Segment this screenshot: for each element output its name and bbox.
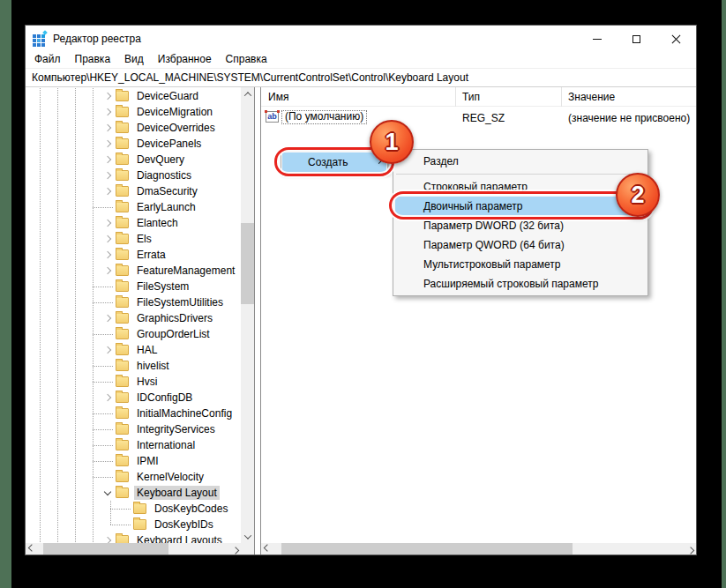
- tree-item-DosKeybCodes[interactable]: DosKeybCodes: [26, 501, 241, 517]
- pane-splitter[interactable]: [254, 87, 261, 555]
- tree-item-InitialMachineConfig[interactable]: InitialMachineConfig: [26, 406, 241, 421]
- chevron-right-icon[interactable]: [101, 342, 116, 358]
- maximize-icon: [632, 35, 640, 43]
- tree-item-Elantech[interactable]: Elantech: [26, 215, 241, 231]
- tree-item-EarlyLaunch[interactable]: EarlyLaunch: [26, 199, 241, 215]
- folder-icon: [116, 170, 129, 181]
- menubar-item-file[interactable]: Файл: [27, 52, 68, 68]
- scroll-up-arrow[interactable]: [242, 88, 253, 100]
- scroll-down-arrow[interactable]: [242, 531, 253, 542]
- tree-item-Keyboard-Layout[interactable]: Keyboard Layout: [26, 485, 241, 501]
- horizontal-scrollbar-thumb[interactable]: [43, 543, 168, 555]
- scrollbar-corner: [241, 543, 254, 555]
- scroll-left-arrow[interactable]: [26, 543, 37, 555]
- chevron-right-icon[interactable]: [101, 390, 116, 406]
- registry-app-icon[interactable]: [33, 33, 46, 46]
- tree-item-Keyboard-Layouts[interactable]: Keyboard Layouts: [26, 532, 241, 543]
- tree-item-DmaSecurity[interactable]: DmaSecurity: [26, 183, 241, 199]
- titlebar[interactable]: Редактор реестра: [26, 26, 696, 52]
- tree-item-label: EarlyLaunch: [134, 200, 198, 214]
- tree-guide-line: [84, 136, 101, 152]
- tree-item-KernelVelocity[interactable]: KernelVelocity: [26, 469, 241, 485]
- folder-icon: [116, 329, 129, 339]
- chevron-right-icon[interactable]: [101, 88, 116, 104]
- chevron-right-icon[interactable]: [101, 247, 116, 263]
- list-horizontal-scrollbar[interactable]: [261, 543, 696, 555]
- tree-item-DeviceGuard[interactable]: DeviceGuard: [26, 88, 241, 104]
- tree-item-Hvsi[interactable]: Hvsi: [26, 374, 241, 390]
- chevron-right-icon[interactable]: [101, 136, 116, 152]
- tree-item-Els[interactable]: Els: [26, 231, 241, 247]
- vertical-scrollbar-thumb[interactable]: [241, 223, 254, 304]
- tree-guide-line: [49, 136, 66, 152]
- chevron-right-icon[interactable]: [101, 104, 116, 120]
- tree-item-HAL[interactable]: HAL: [26, 342, 241, 358]
- tree-horizontal-scrollbar[interactable]: [26, 543, 241, 555]
- tree-guide-line: [49, 231, 66, 247]
- tree-item-DeviceOverrides[interactable]: DeviceOverrides: [26, 120, 241, 136]
- scroll-right-arrow[interactable]: [229, 543, 241, 555]
- horizontal-scrollbar-thumb[interactable]: [281, 543, 573, 555]
- tree-item-hivelist[interactable]: hivelist: [26, 358, 241, 374]
- chevron-right-icon[interactable]: [101, 152, 116, 167]
- tree-guide-line: [66, 358, 84, 374]
- folder-icon: [116, 202, 129, 212]
- submenu-item-multi-string-value[interactable]: Мультистроковый параметр: [395, 255, 646, 274]
- scroll-left-arrow[interactable]: [261, 543, 273, 555]
- column-separator[interactable]: [455, 87, 456, 107]
- tree-guide-line: [31, 501, 49, 517]
- close-button[interactable]: [656, 26, 696, 52]
- column-header-type[interactable]: Тип: [462, 91, 480, 103]
- minimize-button[interactable]: [577, 26, 617, 52]
- chevron-right-icon[interactable]: [101, 263, 116, 279]
- scroll-right-arrow[interactable]: [685, 543, 696, 555]
- menubar-item-edit[interactable]: Правка: [68, 52, 118, 68]
- chevron-right-icon[interactable]: [101, 532, 116, 543]
- chevron-right-icon[interactable]: [101, 215, 116, 231]
- chevron-right-icon[interactable]: [101, 120, 116, 136]
- value-name[interactable]: (По умолчанию): [281, 110, 367, 124]
- tree-guide-line: [31, 453, 49, 469]
- address-bar[interactable]: Компьютер\HKEY_LOCAL_MACHINE\SYSTEM\Curr…: [26, 68, 696, 87]
- leaf-stub: [101, 469, 116, 485]
- menubar-item-view[interactable]: Вид: [117, 52, 151, 68]
- tree-guide-line: [49, 421, 66, 437]
- menubar-item-help[interactable]: Справка: [219, 52, 274, 68]
- submenu-item-key[interactable]: Раздел: [395, 152, 646, 171]
- tree-item-DevQuery[interactable]: DevQuery: [26, 152, 241, 167]
- submenu-item-qword-64-value[interactable]: Параметр QWORD (64 бита): [395, 235, 646, 255]
- folder-icon: [116, 488, 129, 498]
- tree-item-IDConfigDB[interactable]: IDConfigDB: [26, 390, 241, 406]
- tree-item-label: Hvsi: [134, 375, 160, 389]
- tree-item-FileSystem[interactable]: FileSystem: [26, 279, 241, 294]
- tree-item-Diagnostics[interactable]: Diagnostics: [26, 167, 241, 183]
- tree-item-DosKeybIDs[interactable]: DosKeybIDs: [26, 517, 241, 532]
- column-separator[interactable]: [561, 87, 562, 107]
- column-header-value[interactable]: Значение: [568, 91, 615, 103]
- chevron-down-icon[interactable]: [101, 485, 116, 501]
- tree-guide-line: [31, 136, 49, 152]
- chevron-right-icon[interactable]: [101, 310, 116, 326]
- chevron-right-icon[interactable]: [101, 183, 116, 199]
- chevron-right-icon[interactable]: [101, 231, 116, 247]
- tree-item-International[interactable]: International: [26, 437, 241, 453]
- tree-item-GraphicsDrivers[interactable]: GraphicsDrivers: [26, 310, 241, 326]
- minimize-icon: [593, 39, 602, 40]
- registry-tree-pane[interactable]: DeviceGuardDeviceMigrationDeviceOverride…: [26, 87, 241, 543]
- tree-item-FeatureManagement[interactable]: FeatureManagement: [26, 263, 241, 279]
- tree-item-DevicePanels[interactable]: DevicePanels: [26, 136, 241, 152]
- folder-icon: [116, 249, 129, 260]
- tree-item-FileSystemUtilities[interactable]: FileSystemUtilities: [26, 294, 241, 310]
- tree-item-GroupOrderList[interactable]: GroupOrderList: [26, 326, 241, 342]
- submenu-item-expandable-string-value[interactable]: Расширяемый строковый параметр: [395, 274, 646, 294]
- tree-item-IPMI[interactable]: IPMI: [26, 453, 241, 469]
- tree-item-DeviceMigration[interactable]: DeviceMigration: [26, 104, 241, 120]
- column-header-name[interactable]: Имя: [268, 91, 288, 103]
- tree-item-Errata[interactable]: Errata: [26, 247, 241, 263]
- chevron-right-icon[interactable]: [101, 167, 116, 183]
- value-row-default[interactable]: ab (По умолчанию) REG_SZ (значение не пр…: [261, 109, 696, 125]
- tree-vertical-scrollbar[interactable]: [241, 87, 254, 543]
- maximize-button[interactable]: [617, 26, 656, 52]
- tree-item-IntegrityServices[interactable]: IntegrityServices: [26, 421, 241, 437]
- menubar-item-favorites[interactable]: Избранное: [151, 52, 219, 68]
